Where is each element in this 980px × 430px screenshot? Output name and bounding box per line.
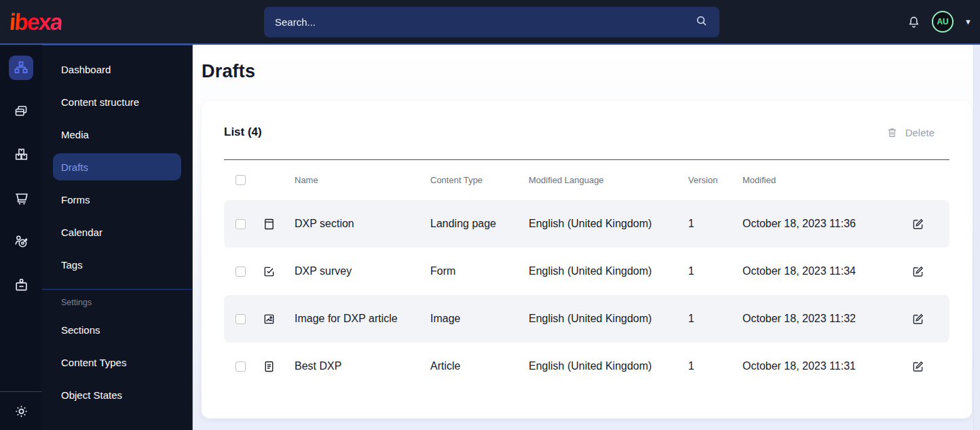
- row-version: 1: [688, 313, 742, 325]
- settings-section-label: Settings: [42, 298, 192, 307]
- row-name: Image for DXP article: [295, 313, 430, 325]
- user-menu-caret-down-icon[interactable]: ▼: [964, 18, 972, 26]
- row-name: DXP survey: [295, 265, 430, 277]
- notifications-bell-icon[interactable]: [907, 15, 921, 29]
- app-window: ibexa AU ▼: [0, 0, 980, 430]
- list-title: List (4): [224, 125, 262, 139]
- drafts-card: List (4) Delete: [202, 101, 972, 418]
- row-language: English (United Kingdom): [529, 265, 688, 277]
- rail-badge-icon[interactable]: [9, 273, 33, 297]
- scrollbar[interactable]: [973, 45, 980, 430]
- delete-button[interactable]: Delete: [886, 126, 935, 139]
- sidebar-item-content-types[interactable]: Content Types: [42, 349, 192, 376]
- sidebar-item-tags[interactable]: Tags: [42, 251, 192, 278]
- global-search: [264, 7, 719, 37]
- menu-divider: [42, 289, 192, 290]
- col-header-name: Name: [295, 175, 430, 185]
- ibexa-logo: ibexa: [9, 9, 63, 35]
- sidebar-item-content-structure[interactable]: Content structure: [42, 88, 192, 115]
- col-header-content-type: Content Type: [430, 175, 529, 185]
- image-icon: [262, 312, 295, 326]
- row-version: 1: [688, 218, 742, 230]
- row-modified: October 18, 2023 11:36: [742, 218, 899, 230]
- table-row: Image for DXP article Image English (Uni…: [224, 295, 949, 343]
- trash-icon: [886, 126, 899, 139]
- sidebar-item-media[interactable]: Media: [42, 121, 192, 148]
- row-checkbox[interactable]: [235, 361, 246, 372]
- row-checkbox[interactable]: [235, 267, 246, 277]
- sidebar-item-forms[interactable]: Forms: [42, 186, 192, 213]
- article-icon: [262, 359, 295, 374]
- col-header-version: Version: [688, 175, 742, 185]
- rail-pages-icon[interactable]: [9, 99, 33, 123]
- row-language: English (United Kingdom): [529, 360, 688, 372]
- row-checkbox[interactable]: [235, 314, 246, 324]
- landing-page-icon: [262, 217, 295, 231]
- sidebar-item-calendar[interactable]: Calendar: [42, 218, 192, 246]
- sidebar-item-drafts[interactable]: Drafts: [53, 153, 181, 180]
- edit-icon[interactable]: [911, 312, 949, 326]
- body: Dashboard Content structure Media Drafts…: [0, 45, 980, 430]
- search-icon[interactable]: [694, 14, 709, 31]
- gear-icon[interactable]: [13, 403, 30, 420]
- row-content-type: Landing page: [430, 218, 529, 230]
- main-content: Drafts List (4) Delete: [193, 45, 980, 430]
- edit-icon[interactable]: [911, 265, 949, 279]
- row-language: English (United Kingdom): [529, 313, 688, 325]
- rail-bottom: [0, 391, 42, 430]
- row-checkbox[interactable]: [235, 219, 246, 229]
- edit-icon[interactable]: [911, 359, 949, 374]
- row-modified: October 18, 2023 11:34: [742, 265, 899, 277]
- row-content-type: Image: [430, 313, 529, 325]
- sidebar-item-dashboard[interactable]: Dashboard: [42, 56, 192, 83]
- rail-products-icon[interactable]: [9, 142, 33, 167]
- select-all-checkbox[interactable]: [235, 175, 246, 185]
- rail-personalization-icon[interactable]: [9, 229, 33, 254]
- row-name: DXP section: [295, 218, 430, 230]
- row-language: English (United Kingdom): [529, 218, 688, 230]
- table-header: Name Content Type Modified Language Vers…: [224, 160, 949, 200]
- row-version: 1: [688, 265, 742, 277]
- search-input[interactable]: [275, 16, 694, 28]
- row-modified: October 18, 2023 11:32: [742, 313, 899, 325]
- table-row: Best DXP Article English (United Kingdom…: [224, 343, 949, 390]
- table-row: DXP section Landing page English (United…: [224, 200, 949, 248]
- topbar: ibexa AU ▼: [0, 0, 980, 45]
- row-name: Best DXP: [295, 360, 430, 372]
- col-header-modified: Modified: [742, 175, 899, 185]
- sidebar-menu: Dashboard Content structure Media Drafts…: [42, 45, 193, 430]
- row-content-type: Form: [430, 265, 529, 277]
- drafts-table: Name Content Type Modified Language Vers…: [224, 159, 949, 390]
- rail-content-sitemap-icon[interactable]: [9, 56, 33, 80]
- user-avatar[interactable]: AU: [932, 11, 954, 33]
- form-icon: [262, 265, 295, 279]
- edit-icon[interactable]: [911, 217, 949, 231]
- card-header: List (4) Delete: [224, 125, 949, 139]
- row-content-type: Article: [430, 360, 529, 372]
- topbar-actions: AU ▼: [907, 0, 972, 43]
- table-row: DXP survey Form English (United Kingdom)…: [224, 248, 949, 295]
- page-title: Drafts: [202, 61, 980, 82]
- icon-rail: [0, 45, 42, 430]
- sidebar-item-sections[interactable]: Sections: [42, 316, 192, 343]
- delete-label: Delete: [905, 127, 935, 138]
- row-version: 1: [688, 360, 742, 372]
- rail-cart-icon[interactable]: [9, 186, 33, 210]
- col-header-modified-language: Modified Language: [529, 175, 688, 185]
- sidebar-item-object-states[interactable]: Object States: [42, 381, 192, 408]
- row-modified: October 18, 2023 11:31: [742, 360, 899, 372]
